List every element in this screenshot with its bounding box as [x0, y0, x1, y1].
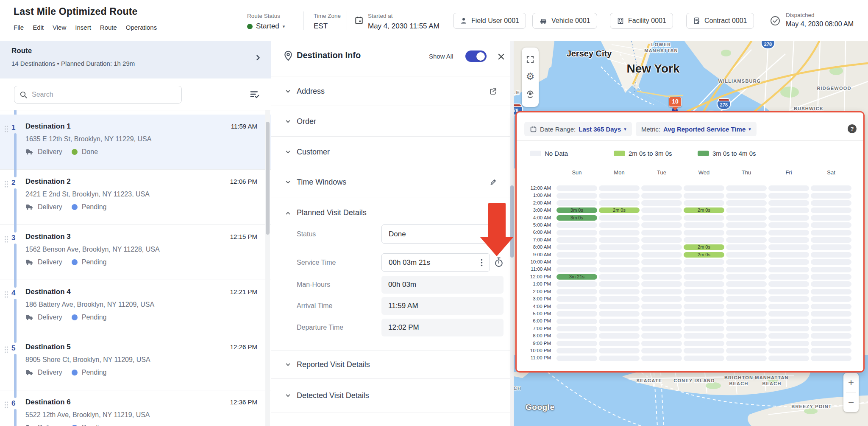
heatmap-cell-mon-200am[interactable]: [599, 200, 640, 206]
edit-icon[interactable]: [489, 178, 498, 186]
heatmap-cell-wed-1100am[interactable]: [684, 267, 724, 272]
close-icon[interactable]: [497, 52, 506, 61]
heatmap-cell-sun-600am[interactable]: [556, 230, 597, 235]
heatmap-cell-wed-100pm[interactable]: [684, 281, 724, 287]
heatmap-cell-mon-1000pm[interactable]: [599, 348, 640, 353]
heatmap-cell-sun-100pm[interactable]: [556, 281, 597, 287]
heatmap-cell-mon-300am[interactable]: 2m 0s: [599, 207, 640, 213]
heatmap-cell-sun-800am[interactable]: [556, 244, 597, 250]
heatmap-cell-thu-1000am[interactable]: [726, 259, 767, 265]
heatmap-cell-tue-200am[interactable]: [641, 200, 682, 206]
heatmap-cell-wed-600am[interactable]: [684, 230, 724, 235]
heatmap-cell-thu-100pm[interactable]: [726, 281, 767, 287]
heatmap-cell-sun-900pm[interactable]: [556, 341, 597, 346]
heatmap-cell-tue-700pm[interactable]: [641, 326, 682, 331]
menu-operations[interactable]: Operations: [126, 24, 157, 31]
heatmap-cell-sat-700am[interactable]: [811, 237, 851, 243]
heatmap-cell-thu-400pm[interactable]: [726, 304, 767, 309]
more-options-icon[interactable]: [481, 259, 483, 266]
heatmap-cell-fri-400am[interactable]: [768, 215, 809, 221]
heatmap-cell-mon-700am[interactable]: [599, 237, 640, 243]
heatmap-cell-thu-1200am[interactable]: [726, 185, 767, 191]
heatmap-cell-mon-700pm[interactable]: [599, 326, 640, 331]
chip-facility-0001[interactable]: Facility 0001: [610, 13, 673, 29]
heatmap-cell-mon-400am[interactable]: [599, 215, 640, 221]
heatmap-cell-tue-800am[interactable]: [641, 244, 682, 250]
date-range-dropdown[interactable]: Date Range: Last 365 Days ▾: [524, 122, 632, 136]
heatmap-cell-sun-600pm[interactable]: [556, 319, 597, 324]
heatmap-cell-tue-600pm[interactable]: [641, 319, 682, 324]
route-status-dropdown[interactable]: Started ▾: [247, 22, 285, 31]
heatmap-cell-sat-300pm[interactable]: [811, 296, 851, 302]
heatmap-cell-wed-600pm[interactable]: [684, 319, 724, 324]
menu-view[interactable]: View: [53, 24, 66, 31]
heatmap-cell-sat-1000am[interactable]: [811, 259, 851, 265]
heatmap-cell-thu-700am[interactable]: [726, 237, 767, 243]
chevron-up-icon[interactable]: [285, 210, 291, 216]
heatmap-cell-fri-1200pm[interactable]: [768, 274, 809, 280]
heatmap-cell-tue-900pm[interactable]: [641, 341, 682, 346]
heatmap-cell-thu-500pm[interactable]: [726, 311, 767, 317]
search-box[interactable]: [14, 86, 182, 104]
heatmap-cell-fri-400pm[interactable]: [768, 304, 809, 309]
heatmap-cell-wed-400pm[interactable]: [684, 304, 724, 309]
heatmap-cell-thu-900am[interactable]: [726, 252, 767, 258]
heatmap-cell-wed-700pm[interactable]: [684, 326, 724, 331]
heatmap-cell-thu-800am[interactable]: [726, 244, 767, 250]
chip-vehicle-0001[interactable]: Vehicle 0001: [532, 13, 597, 29]
heatmap-cell-mon-600pm[interactable]: [599, 319, 640, 324]
heatmap-cell-thu-200pm[interactable]: [726, 289, 767, 294]
external-link-icon[interactable]: [489, 87, 498, 96]
heatmap-cell-wed-1000am[interactable]: [684, 259, 724, 265]
heatmap-cell-mon-100am[interactable]: [599, 193, 640, 199]
heatmap-cell-sat-900pm[interactable]: [811, 341, 851, 346]
destination-row-3[interactable]: 3Destination 312:15 PM1562 Benson Ave, B…: [0, 225, 271, 280]
heatmap-cell-tue-100pm[interactable]: [641, 281, 682, 287]
heatmap-cell-sun-300pm[interactable]: [556, 296, 597, 302]
heatmap-cell-sat-500am[interactable]: [811, 222, 851, 228]
heatmap-cell-sun-1000am[interactable]: [556, 259, 597, 265]
heatmap-cell-sat-1200am[interactable]: [811, 185, 851, 191]
heatmap-cell-fri-500am[interactable]: [768, 222, 809, 228]
heatmap-cell-tue-900am[interactable]: [641, 252, 682, 258]
heatmap-cell-sun-1200am[interactable]: [556, 185, 597, 191]
drag-handle-icon[interactable]: [4, 291, 9, 298]
heatmap-cell-fri-600am[interactable]: [768, 230, 809, 235]
heatmap-cell-sun-700am[interactable]: [556, 237, 597, 243]
heatmap-cell-sat-600pm[interactable]: [811, 319, 851, 324]
heatmap-cell-sun-900am[interactable]: [556, 252, 597, 258]
heatmap-cell-sat-1200pm[interactable]: [811, 274, 851, 280]
heatmap-cell-fri-500pm[interactable]: [768, 311, 809, 317]
menu-edit[interactable]: Edit: [33, 24, 44, 31]
heatmap-cell-sun-1100am[interactable]: [556, 267, 597, 272]
heatmap-cell-wed-900pm[interactable]: [684, 341, 724, 346]
heatmap-cell-sun-500am[interactable]: [556, 222, 597, 228]
heatmap-cell-tue-500am[interactable]: [641, 222, 682, 228]
heatmap-cell-mon-100pm[interactable]: [599, 281, 640, 287]
heatmap-cell-thu-400am[interactable]: [726, 215, 767, 221]
filter-list-icon[interactable]: [249, 90, 261, 100]
section-address[interactable]: Address: [271, 76, 514, 106]
heatmap-cell-mon-200pm[interactable]: [599, 289, 640, 294]
heatmap-cell-tue-600am[interactable]: [641, 230, 682, 235]
drag-handle-icon[interactable]: [4, 125, 9, 133]
heatmap-cell-wed-100am[interactable]: [684, 193, 724, 199]
heatmap-cell-wed-300am[interactable]: 2m 0s: [684, 207, 724, 213]
heatmap-cell-tue-1000pm[interactable]: [641, 348, 682, 353]
heatmap-cell-thu-1000pm[interactable]: [726, 348, 767, 353]
heatmap-cell-fri-900pm[interactable]: [768, 341, 809, 346]
heatmap-cell-thu-800pm[interactable]: [726, 333, 767, 339]
heatmap-cell-wed-1000pm[interactable]: [684, 348, 724, 353]
list-scrollbar-thumb[interactable]: [266, 122, 270, 235]
heatmap-cell-sun-200am[interactable]: [556, 200, 597, 206]
heatmap-cell-mon-900am[interactable]: [599, 252, 640, 258]
heatmap-cell-tue-500pm[interactable]: [641, 311, 682, 317]
zoom-out-button[interactable]: −: [843, 392, 859, 412]
heatmap-cell-fri-300pm[interactable]: [768, 296, 809, 302]
heatmap-cell-sat-700pm[interactable]: [811, 326, 851, 331]
heatmap-cell-wed-500pm[interactable]: [684, 311, 724, 317]
heatmap-cell-wed-200pm[interactable]: [684, 289, 724, 294]
heatmap-cell-wed-900am[interactable]: 2m 0s: [684, 252, 724, 258]
heatmap-cell-sun-1000pm[interactable]: [556, 348, 597, 353]
heatmap-cell-fri-700am[interactable]: [768, 237, 809, 243]
